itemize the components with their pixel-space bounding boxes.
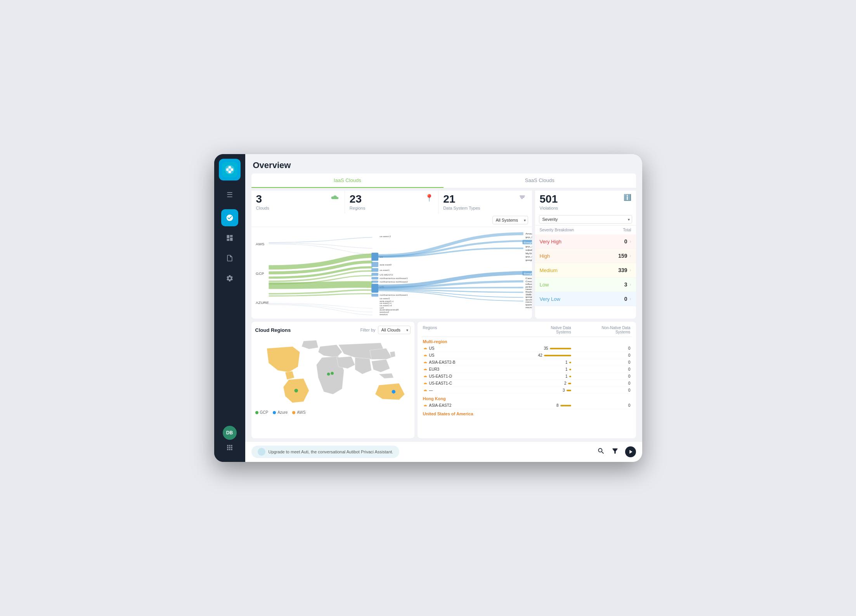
severity-row-medium[interactable]: Medium 339 › (535, 263, 636, 278)
col-nonnative: Non-Native DataSystems (571, 326, 631, 334)
very-low-count: 0 (624, 296, 627, 302)
gcp-cloud-icon-4 (423, 368, 428, 371)
search-icon[interactable] (597, 447, 605, 457)
svg-text:SMB: SMB (525, 293, 532, 295)
bottom-actions (597, 446, 636, 457)
svg-text:sqladmin.googleapis.com: sqladmin.googleapis.com (525, 249, 532, 252)
clouds-select[interactable]: All Clouds (378, 326, 411, 334)
gcp-cloud-icon-5 (423, 375, 428, 378)
group-hong-kong: Hong Kong (421, 394, 632, 402)
svg-text:US-WEST2: US-WEST2 (379, 273, 393, 276)
nav-item-home[interactable] (221, 209, 238, 226)
sankey-panel: All Systems AWS GCP AZURE (251, 213, 532, 319)
svg-rect-18 (371, 277, 378, 279)
logo[interactable] (219, 159, 241, 180)
nav-item-settings[interactable] (221, 270, 238, 287)
gcp-marker-brazil (294, 389, 298, 392)
severity-row-high[interactable]: High 159 › (535, 249, 636, 263)
severity-row-low[interactable]: Low 3 › (535, 278, 636, 292)
severity-breakdown-label: Severity Breakdown (540, 228, 574, 232)
low-arrow-icon: › (630, 282, 631, 287)
systems-select[interactable]: All Systems (492, 216, 528, 224)
world-map (255, 337, 411, 407)
sankey-svg: AWS GCP AZURE (251, 227, 532, 319)
bottom-section: Cloud Regions Filter by All Clouds (251, 322, 636, 438)
bar-us-35 (550, 348, 571, 349)
region-row-us-east1-c: US-EAST1-C 2 0 (421, 380, 632, 387)
regions-number: 23 (350, 194, 362, 205)
map-panel: Cloud Regions Filter by All Clouds (251, 322, 414, 438)
region-row-dash: — 3 0 (421, 387, 632, 394)
svg-rect-14 (371, 268, 378, 272)
regions-label: Regions (350, 206, 433, 210)
nav-item-dashboard[interactable] (221, 229, 238, 246)
map-legend: GCP Azure AWS (255, 410, 411, 415)
hamburger-menu-icon[interactable]: ☰ (223, 187, 237, 203)
dashboard-body: All Systems AWS GCP AZURE (251, 213, 636, 319)
svg-text:microsoft.storageaccounts: microsoft.storageaccounts (525, 306, 532, 309)
arrow-right-icon[interactable] (625, 446, 636, 457)
region-row-eur3: EUR3 1 0 (421, 366, 632, 373)
map-title: Cloud Regions (255, 327, 291, 333)
medium-label: Medium (540, 267, 558, 273)
svg-rect-5 (226, 168, 229, 171)
nav-item-reports[interactable] (221, 250, 238, 267)
svg-text:AWS: AWS (256, 243, 264, 246)
clouds-label: Clouds (256, 206, 340, 210)
bar-asia-east2-hk (560, 405, 571, 406)
apps-icon[interactable] (226, 444, 234, 453)
stat-regions: 23 📍 Regions (345, 191, 438, 213)
svg-text:gcp_bigtable: gcp_bigtable (525, 236, 532, 239)
svg-text:Cassandra: Cassandra (525, 277, 532, 279)
stat-data-system-types: 21 Data System Types (438, 191, 532, 213)
all-systems-dropdown[interactable]: All Systems (492, 216, 528, 224)
svg-text:us-west1: us-west1 (379, 297, 390, 299)
azure-label: Azure (277, 410, 288, 415)
group-usa: United States of America (421, 409, 632, 417)
severity-select[interactable]: Severity (539, 215, 632, 224)
legend-azure: Azure (273, 410, 288, 415)
aws-dot (292, 411, 295, 414)
svg-rect-20 (371, 281, 378, 283)
gcp-cloud-icon-8 (423, 404, 428, 408)
tab-iaas-clouds[interactable]: IaaS Clouds (251, 174, 444, 188)
very-low-arrow-icon: › (630, 296, 631, 302)
page-header: Overview (245, 154, 642, 174)
stat-violations: 501 Violations ℹ️ (535, 191, 636, 213)
gcp-cloud-icon-2 (423, 354, 428, 357)
aws-label: AWS (297, 410, 305, 415)
region-row-asia-east2-b: ASIA-EAST2-B 1 0 (421, 359, 632, 366)
svg-text:AZURE: AZURE (256, 301, 269, 305)
bottom-bar: Upgrade to meet Auti, the conversational… (245, 441, 642, 462)
violations-label: Violations (540, 206, 558, 210)
avatar[interactable]: DB (223, 426, 237, 440)
high-arrow-icon: › (630, 253, 631, 259)
very-high-arrow-icon: › (630, 239, 631, 244)
tab-saas-clouds[interactable]: SaaS Clouds (444, 174, 636, 188)
gcp-cloud-icon-6 (423, 382, 428, 385)
chat-bubble: Upgrade to meet Auti, the conversational… (251, 446, 400, 458)
svg-text:influxdb: influxdb (525, 283, 532, 285)
severity-row-very-low[interactable]: Very Low 0 › (535, 292, 636, 306)
very-low-label: Very Low (540, 296, 560, 302)
svg-text:westus: westus (379, 313, 388, 315)
svg-text:Couchbase NoSQL: Couchbase NoSQL (525, 280, 532, 283)
filter-by-label: Filter by (360, 328, 375, 332)
severity-row-very-high[interactable]: Very High 0 › (535, 234, 636, 249)
severity-dropdown[interactable]: Severity (539, 215, 632, 224)
low-count: 3 (624, 281, 627, 288)
region-row-asia-east2: ASIA-EAST2 8 0 (421, 402, 632, 409)
svg-text:Redis: Redis (525, 290, 532, 293)
data-system-types-label: Data System Types (443, 206, 527, 210)
chat-avatar (258, 448, 265, 456)
nav-items (221, 206, 238, 426)
filter-icon[interactable] (611, 447, 619, 457)
gcp-cloud-icon (423, 347, 428, 351)
svg-text:northamerica-northeast1: northamerica-northeast1 (379, 277, 408, 279)
svg-text:northamerica-northeast2: northamerica-northeast2 (379, 281, 408, 283)
svg-text:northamerica-northeast1: northamerica-northeast1 (379, 294, 408, 296)
svg-rect-4 (229, 171, 231, 173)
svg-rect-12 (371, 262, 378, 267)
all-clouds-dropdown[interactable]: All Clouds (378, 326, 411, 334)
svg-text:us-west-2: us-west-2 (379, 235, 391, 238)
